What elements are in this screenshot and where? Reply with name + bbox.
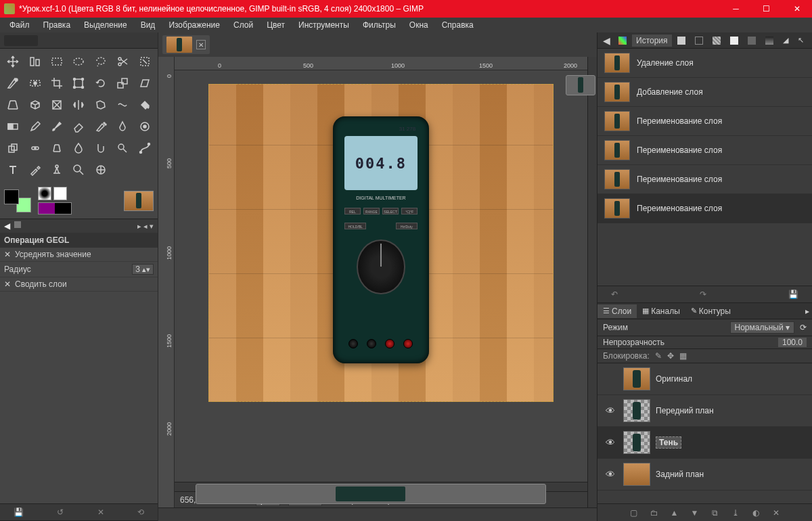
align-tool[interactable] [24, 51, 45, 72]
warp-tool[interactable] [112, 95, 133, 115]
delete-layer-icon[interactable]: ✕ [770, 508, 782, 518]
3dtransform-tool[interactable] [24, 95, 45, 115]
history-item[interactable]: Переименование слоя [597, 165, 812, 194]
dock-icon-4[interactable] [726, 35, 742, 46]
menu-help[interactable]: Справка [436, 19, 479, 31]
menu-file[interactable]: Файл [4, 19, 35, 31]
menu-layer[interactable]: Слой [228, 19, 258, 31]
opacity-value[interactable]: 100.0 [778, 338, 807, 347]
paintbrush-tool[interactable] [47, 116, 67, 137]
layer-name[interactable]: Тень [656, 436, 681, 449]
history-item[interactable]: Переименование слоя [597, 136, 812, 165]
layer-item[interactable]: 👁Тень [597, 427, 812, 459]
save-preset-icon[interactable]: 💾 [14, 507, 24, 517]
nav-left-icon[interactable]: ◀ [600, 35, 613, 46]
fg-bg-colors[interactable] [4, 189, 31, 212]
image-tab[interactable]: ✕ [162, 35, 210, 54]
close-button[interactable]: ✕ [782, 0, 812, 18]
layers-tab[interactable]: ☰ Слои [597, 304, 637, 318]
ruler-horizontal[interactable]: 0 500 1000 1500 2000 [175, 57, 587, 70]
layer-name[interactable]: Задний план [656, 470, 807, 479]
dock-icon-6[interactable] [761, 35, 777, 46]
bucket-fill-tool[interactable] [135, 95, 155, 115]
nav-right-icon[interactable]: ▶ [809, 35, 812, 46]
history-list[interactable]: Удаление слояДобавление слояПереименован… [597, 49, 812, 286]
new-layer-icon[interactable]: ▢ [628, 508, 640, 518]
fg-color[interactable] [4, 189, 19, 204]
color-picker-tool[interactable] [24, 160, 45, 180]
menu-image[interactable]: Изображение [163, 19, 225, 31]
visibility-toggle[interactable]: 👁 [603, 437, 618, 448]
free-select-tool[interactable] [135, 51, 155, 72]
mode-reset-icon[interactable]: ⟳ [800, 323, 807, 332]
history-item[interactable]: Добавление слоя [597, 78, 812, 107]
merge-down-icon[interactable]: ⤓ [729, 508, 742, 518]
unified-transform-tool[interactable] [68, 73, 89, 93]
color-select-tool[interactable] [24, 73, 45, 93]
brush-preview[interactable] [38, 187, 51, 200]
menu-edit[interactable]: Правка [38, 19, 76, 31]
restore-preset-icon[interactable]: ↺ [57, 507, 64, 517]
pointer-icon[interactable]: ↖ [794, 35, 808, 46]
dock-icon-5[interactable] [744, 35, 760, 46]
mypaint-tool[interactable] [135, 116, 155, 137]
cage-tool[interactable] [91, 95, 111, 115]
new-group-icon[interactable]: 🗀 [648, 508, 660, 518]
delete-preset-icon[interactable]: ✕ [97, 507, 104, 517]
colors-tab[interactable] [614, 35, 631, 46]
crop-tool[interactable] [47, 73, 67, 93]
vertical-scrollbar[interactable] [587, 57, 597, 507]
opt-average[interactable]: ✕Усреднять значение [0, 248, 158, 262]
lock-alpha-icon[interactable]: ▦ [679, 351, 687, 361]
dock-menu-icon[interactable]: ▸ [803, 307, 812, 316]
shear-tool[interactable] [135, 73, 155, 93]
close-icon[interactable]: ✕ [4, 279, 11, 289]
histogram-icon[interactable]: ◢ [779, 35, 792, 46]
move-tool[interactable] [3, 51, 23, 72]
channels-tab[interactable]: ▦ Каналы [637, 304, 685, 318]
layer-list[interactable]: Оригинал👁Передний план👁Тень👁Задний план [597, 363, 812, 503]
clone-tool[interactable] [3, 138, 23, 158]
scale-tool[interactable] [112, 73, 133, 93]
gradient-preview[interactable] [38, 202, 72, 214]
eraser-tool[interactable] [68, 116, 89, 137]
lock-pixels-icon[interactable]: ✎ [655, 351, 662, 361]
perspective-tool[interactable] [3, 95, 23, 115]
rotate-tool[interactable] [91, 73, 111, 93]
undo-icon[interactable]: ↶ [611, 290, 618, 299]
gradient-tool[interactable] [3, 116, 23, 137]
visibility-toggle[interactable]: 👁 [603, 405, 618, 416]
perspective-clone-tool[interactable] [47, 138, 67, 158]
pencil-tool[interactable] [24, 116, 45, 137]
blur-tool[interactable] [68, 138, 89, 158]
lock-position-icon[interactable]: ✥ [667, 351, 674, 361]
horizontal-scrollbar[interactable] [175, 482, 587, 491]
handle-transform-tool[interactable] [47, 95, 67, 115]
layer-down-icon[interactable]: ▼ [689, 508, 701, 518]
menu-color[interactable]: Цвет [261, 19, 290, 31]
rect-select-tool[interactable] [47, 51, 67, 72]
measure-tool[interactable] [47, 160, 67, 180]
history-item[interactable]: Удаление слоя [597, 49, 812, 78]
layer-name[interactable]: Передний план [656, 406, 807, 415]
close-icon[interactable]: ✕ [4, 250, 11, 259]
menu-tools[interactable]: Инструменты [293, 19, 355, 31]
canvas-viewport[interactable]: 31 278 004.8 DIGITAL MULTIMETER REL RANG… [175, 70, 587, 482]
active-image-thumb[interactable] [124, 191, 154, 211]
redo-icon[interactable]: ↷ [700, 290, 706, 299]
layer-item[interactable]: 👁Передний план [597, 395, 812, 427]
dodge-tool[interactable] [112, 138, 133, 158]
fuzzy-select-tool[interactable] [3, 73, 23, 93]
opt-flatten[interactable]: ✕Сводить слои [0, 277, 158, 292]
mask-icon[interactable]: ◐ [750, 508, 762, 518]
layer-up-icon[interactable]: ▲ [669, 508, 681, 518]
lasso-tool[interactable] [91, 51, 111, 72]
menu-windows[interactable]: Окна [404, 19, 434, 31]
minimize-button[interactable]: ─ [721, 0, 751, 18]
paths-tab[interactable]: ✎ Контуры [685, 304, 736, 318]
opt-radius[interactable]: Радиус3 ▴▾ [0, 262, 158, 277]
menu-view[interactable]: Вид [135, 19, 161, 31]
duplicate-layer-icon[interactable]: ⧉ [709, 508, 721, 518]
ellipse-select-tool[interactable] [68, 51, 89, 72]
dock-icon-3[interactable] [708, 35, 725, 46]
